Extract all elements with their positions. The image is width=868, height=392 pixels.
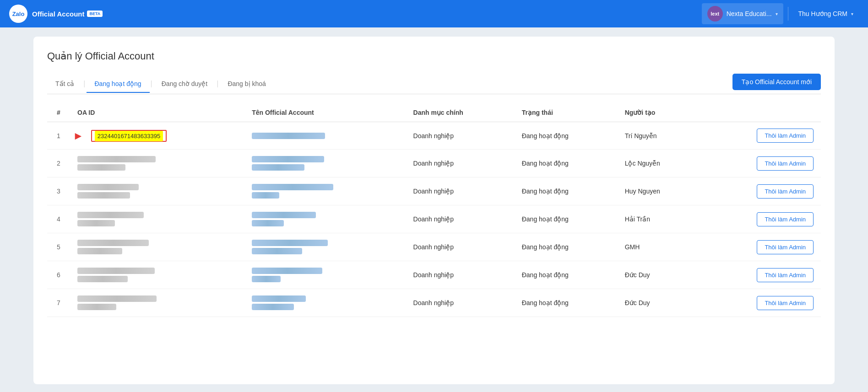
col-creator: Người tạo bbox=[618, 103, 701, 122]
tabs-row: Tất cả | Đang hoạt động | Đang chờ duyệt… bbox=[47, 74, 821, 94]
thoi-lam-admin-button[interactable]: Thôi làm Admin bbox=[757, 212, 814, 226]
cell-action: Thôi làm Admin bbox=[701, 150, 821, 177]
oa-id-blurred bbox=[77, 212, 237, 226]
cell-status: Đang hoạt động bbox=[515, 122, 618, 150]
cell-action: Thôi làm Admin bbox=[701, 289, 821, 317]
create-oa-button[interactable]: Tạo Official Account mới bbox=[732, 74, 821, 90]
cell-creator: Đức Duy bbox=[618, 261, 701, 289]
cell-category: Doanh nghiệp bbox=[406, 261, 515, 289]
thoi-lam-admin-button[interactable]: Thôi làm Admin bbox=[757, 296, 814, 310]
col-status: Trạng thái bbox=[515, 103, 618, 122]
cell-action: Thôi làm Admin bbox=[701, 177, 821, 205]
col-num: # bbox=[47, 103, 70, 122]
cell-num: 3 bbox=[47, 177, 70, 205]
table-row: 3Doanh nghiệpĐang hoạt độngHuy NguyenThô… bbox=[47, 177, 821, 205]
cell-oa-name bbox=[244, 233, 406, 261]
arrow-annotation-icon: ► bbox=[73, 129, 84, 142]
cell-action: Thôi làm Admin bbox=[701, 122, 821, 150]
cell-category: Doanh nghiệp bbox=[406, 289, 515, 317]
table-row: 5Doanh nghiệpĐang hoạt độngGMHThôi làm A… bbox=[47, 233, 821, 261]
thoi-lam-admin-button[interactable]: Thôi làm Admin bbox=[757, 129, 814, 143]
cell-oa-name bbox=[244, 261, 406, 289]
cell-oa-name bbox=[244, 177, 406, 205]
thoi-lam-admin-button[interactable]: Thôi làm Admin bbox=[757, 240, 814, 254]
cell-category: Doanh nghiệp bbox=[406, 150, 515, 177]
cell-creator: Lộc Nguyễn bbox=[618, 150, 701, 177]
thoi-lam-admin-button[interactable]: Thôi làm Admin bbox=[757, 156, 814, 171]
zalo-logo: Zalo bbox=[9, 5, 27, 23]
cell-status: Đang hoạt động bbox=[515, 289, 618, 317]
col-action bbox=[701, 103, 821, 122]
page-title: Quản lý Official Account bbox=[47, 50, 821, 62]
cell-num: 7 bbox=[47, 289, 70, 317]
cell-oa-id bbox=[70, 205, 244, 233]
cell-category: Doanh nghiệp bbox=[406, 205, 515, 233]
oa-id-highlight-wrapper: ►2324401671483633395 bbox=[77, 129, 237, 142]
table-row: 7Doanh nghiệpĐang hoạt độngĐức DuyThôi l… bbox=[47, 289, 821, 317]
user-label: Thu Hướng CRM bbox=[798, 10, 847, 17]
cell-oa-id: ►2324401671483633395 bbox=[70, 122, 244, 150]
cell-oa-name bbox=[244, 205, 406, 233]
col-oa-name: Tên Official Account bbox=[244, 103, 406, 122]
oa-id-blurred bbox=[77, 268, 237, 282]
cell-status: Đang hoạt động bbox=[515, 233, 618, 261]
tab-pending[interactable]: Đang chờ duyệt bbox=[153, 75, 216, 93]
tabs-left: Tất cả | Đang hoạt động | Đang chờ duyệt… bbox=[47, 75, 274, 92]
table-row: 6Doanh nghiệpĐang hoạt độngĐức DuyThôi l… bbox=[47, 261, 821, 289]
table-wrapper: # OA ID Tên Official Account Danh mục ch… bbox=[47, 103, 821, 317]
cell-category: Doanh nghiệp bbox=[406, 233, 515, 261]
cell-num: 1 bbox=[47, 122, 70, 150]
cell-oa-id bbox=[70, 177, 244, 205]
cell-num: 6 bbox=[47, 261, 70, 289]
header-left: Zalo Official Account BETA bbox=[9, 5, 103, 23]
cell-creator: Trí Nguyễn bbox=[618, 122, 701, 150]
cell-status: Đang hoạt động bbox=[515, 150, 618, 177]
table-header-row: # OA ID Tên Official Account Danh mục ch… bbox=[47, 103, 821, 122]
tab-all[interactable]: Tất cả bbox=[47, 75, 82, 93]
cell-action: Thôi làm Admin bbox=[701, 233, 821, 261]
user-dropdown[interactable]: Thu Hướng CRM ▾ bbox=[793, 7, 859, 20]
col-category: Danh mục chính bbox=[406, 103, 515, 122]
nexta-chevron-icon: ▾ bbox=[776, 11, 778, 16]
oa-id-blurred bbox=[77, 156, 237, 171]
thoi-lam-admin-button[interactable]: Thôi làm Admin bbox=[757, 184, 814, 199]
beta-badge: BETA bbox=[87, 11, 103, 17]
oa-id-box: 2324401671483633395 bbox=[91, 130, 167, 142]
cell-action: Thôi làm Admin bbox=[701, 205, 821, 233]
cell-status: Đang hoạt động bbox=[515, 177, 618, 205]
thoi-lam-admin-button[interactable]: Thôi làm Admin bbox=[757, 268, 814, 282]
cell-action: Thôi làm Admin bbox=[701, 261, 821, 289]
nexta-avatar: lext bbox=[707, 6, 723, 21]
table-row: 2Doanh nghiệpĐang hoạt độngLộc NguyễnThô… bbox=[47, 150, 821, 177]
main-container: Quản lý Official Account Tất cả | Đang h… bbox=[33, 37, 835, 384]
cell-status: Đang hoạt động bbox=[515, 261, 618, 289]
cell-creator: Hải Trần bbox=[618, 205, 701, 233]
header-right: lext Nexta Educati... ▾ Thu Hướng CRM ▾ bbox=[702, 3, 859, 24]
cell-oa-id bbox=[70, 150, 244, 177]
cell-category: Doanh nghiệp bbox=[406, 122, 515, 150]
tab-active[interactable]: Đang hoạt động bbox=[87, 75, 150, 93]
cell-creator: Đức Duy bbox=[618, 289, 701, 317]
cell-oa-name bbox=[244, 122, 406, 150]
header: Zalo Official Account BETA lext Nexta Ed… bbox=[0, 0, 868, 27]
cell-num: 4 bbox=[47, 205, 70, 233]
tab-locked[interactable]: Đang bị khoá bbox=[219, 75, 274, 93]
cell-oa-name bbox=[244, 289, 406, 317]
nexta-label: Nexta Educati... bbox=[727, 10, 772, 17]
cell-oa-name bbox=[244, 150, 406, 177]
oa-id-blurred bbox=[77, 240, 237, 254]
user-chevron-icon: ▾ bbox=[851, 11, 853, 16]
cell-num: 2 bbox=[47, 150, 70, 177]
table-row: 4Doanh nghiệpĐang hoạt độngHải TrầnThôi … bbox=[47, 205, 821, 233]
cell-oa-id bbox=[70, 261, 244, 289]
header-brand: Official Account BETA bbox=[32, 10, 103, 18]
oa-id-blurred bbox=[77, 295, 237, 310]
cell-num: 5 bbox=[47, 233, 70, 261]
oa-id-value: 2324401671483633395 bbox=[95, 131, 163, 141]
nexta-account-dropdown[interactable]: lext Nexta Educati... ▾ bbox=[702, 3, 783, 24]
oa-id-blurred bbox=[77, 184, 237, 199]
cell-oa-id bbox=[70, 289, 244, 317]
oa-table: # OA ID Tên Official Account Danh mục ch… bbox=[47, 103, 821, 317]
header-divider bbox=[788, 7, 788, 21]
table-row: 1►2324401671483633395Doanh nghiệpĐang ho… bbox=[47, 122, 821, 150]
